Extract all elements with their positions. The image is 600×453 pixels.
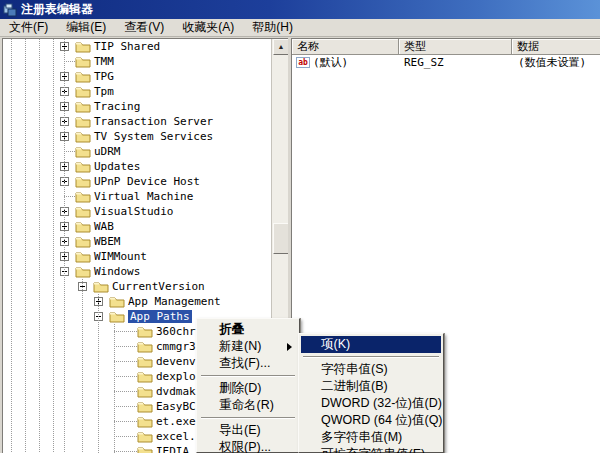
value-data: (数值未设置) [518,56,586,71]
window-title: 注册表编辑器 [21,1,93,18]
menu-item-5[interactable]: QWORD (64 位)值(Q) [301,412,441,429]
menu-item-2[interactable]: 查找(F)... [199,355,297,372]
menu-item-7[interactable]: 可扩充字符串值(E) [301,446,441,453]
tree-item[interactable]: WIMMount [3,249,272,264]
menu-item-8[interactable]: 权限(P)... [199,439,297,453]
folder-icon [137,400,153,413]
tree-item-label: CurrentVersion [112,280,205,293]
column-header-name[interactable]: 名称 [292,39,399,55]
tree-item-label: IEDIA [156,445,189,453]
tree-item-label: WAB [94,220,114,233]
list-header: 名称 类型 数据 [292,39,600,55]
menubar-item-4[interactable]: 帮助(H) [243,19,302,36]
menu-item-6[interactable]: 多字符串值(M) [301,429,441,446]
tree-connector [114,391,137,392]
menu-item-3[interactable]: 二进制值(B) [301,378,441,395]
tree-item[interactable]: Virtual Machine [3,189,272,204]
tree-guide-line [53,39,54,453]
tree-item-label: VisualStudio [94,205,173,218]
tree-item-label: WBEM [94,235,121,248]
tree-item[interactable]: TPG [3,69,272,84]
folder-icon [75,130,91,143]
tree-item[interactable]: Tpm [3,84,272,99]
tree-connector [64,61,75,62]
tree-item-label: dvdmak [156,385,196,398]
scrollbar-thumb[interactable] [273,223,289,254]
tree-item[interactable]: TV System Services [3,129,272,144]
tree-item-label: App Paths [128,310,192,323]
menubar-item-0[interactable]: 文件(F) [0,19,57,36]
tree-item-label: TV System Services [94,130,213,143]
menu-item-5[interactable]: 重命名(R) [199,397,297,414]
tree-guide-line [82,279,83,453]
tree-connector [114,376,137,377]
column-header-type[interactable]: 类型 [399,39,512,55]
tree-item[interactable]: Windows [3,264,272,279]
tree-connector [114,346,137,347]
tree-item[interactable]: App Management [3,294,272,309]
tree-item[interactable]: Transaction Server [3,114,272,129]
tree-item[interactable]: WAB [3,219,272,234]
tree-connector [114,451,137,452]
tree-item-label: Windows [94,265,140,278]
tree-connector [114,421,137,422]
tree-item-label: App Management [128,295,221,308]
tree-item[interactable]: uDRM [3,144,272,159]
tree-item-label: WIMMount [94,250,147,263]
tree-guide-line [114,324,115,453]
tree-guide-line [64,39,65,453]
value-row[interactable]: ab (默认) REG_SZ (数值未设置) [292,56,600,71]
menu-separator [303,356,439,358]
folder-icon [137,415,153,428]
menu-bar: 文件(F)编辑(E)查看(V)收藏夹(A)帮助(H) [0,19,600,37]
tree-guide-line [25,39,26,453]
tree-item-label: EasyBC [156,400,196,413]
folder-icon [137,340,153,353]
folder-icon [137,385,153,398]
folder-icon [75,235,91,248]
tree-item[interactable]: TIP Shared [3,39,272,54]
tree-item[interactable]: Tracing [3,99,272,114]
menu-item-4[interactable]: DWORD (32-位)值(D) [301,395,441,412]
tree-item-label: TMM [94,55,114,68]
tree-connector [114,406,137,407]
tree-connector [114,436,137,437]
folder-icon [75,175,91,188]
folder-icon [75,220,91,233]
menubar-item-3[interactable]: 收藏夹(A) [173,19,243,36]
menu-item-0[interactable]: 项(K) [301,336,441,353]
folder-icon [75,70,91,83]
tree-item[interactable]: WBEM [3,234,272,249]
menubar-item-1[interactable]: 编辑(E) [57,19,115,36]
menu-item-4[interactable]: 删除(D) [199,380,297,397]
column-header-data[interactable]: 数据 [512,39,600,55]
tree-item-label: UPnP Device Host [94,175,200,188]
tree-item[interactable]: Updates [3,159,272,174]
folder-icon [137,445,153,453]
menubar-item-2[interactable]: 查看(V) [115,19,173,36]
tree-item-label: Updates [94,160,140,173]
folder-icon [75,265,91,278]
scrollbar-up-icon[interactable]: ▲ [273,39,289,55]
tree-guide-line [39,39,40,453]
tree-item[interactable]: CurrentVersion [3,279,272,294]
menu-item-2[interactable]: 字符串值(S) [301,361,441,378]
submenu-arrow-icon [287,343,292,351]
tree-item[interactable]: TMM [3,54,272,69]
tree-connector [64,196,75,197]
menu-item-1[interactable]: 新建(N) [199,338,297,355]
folder-icon [75,55,91,68]
menu-separator [201,417,295,419]
tree-item[interactable]: VisualStudio [3,204,272,219]
menu-item-7[interactable]: 导出(E) [199,422,297,439]
folder-icon [75,160,91,173]
title-bar: 注册表编辑器 [0,0,600,19]
folder-icon [75,145,91,158]
tree-item-label: cmmgr3 [156,340,196,353]
tree-item-label: devenv [156,355,196,368]
tree-guide-line [11,39,12,453]
menu-item-0[interactable]: 折叠 [199,321,297,338]
tree-item[interactable]: UPnP Device Host [3,174,272,189]
folder-icon [137,325,153,338]
folder-icon [93,280,109,293]
